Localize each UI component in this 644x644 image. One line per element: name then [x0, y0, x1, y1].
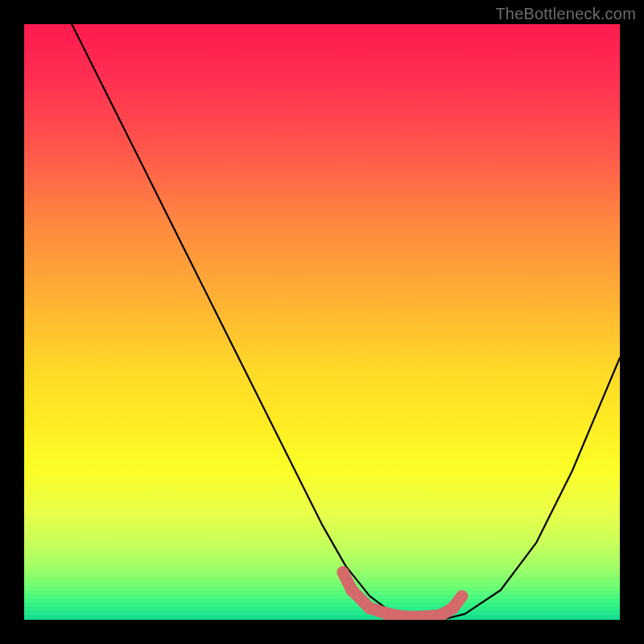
chart-gradient-bg	[24, 24, 620, 620]
watermark-text: TheBottleneck.com	[495, 5, 636, 23]
chart-frame	[24, 24, 620, 620]
